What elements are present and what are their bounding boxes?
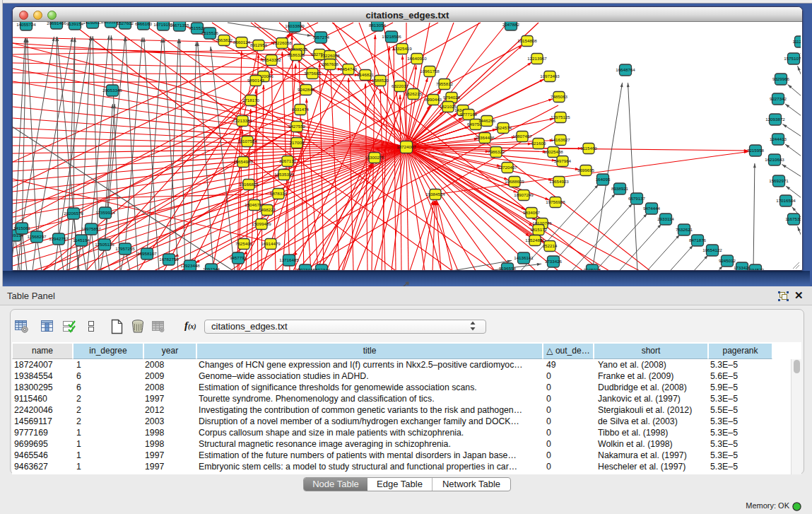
svg-text:16640910: 16640910 xyxy=(407,56,427,61)
svg-text:15300275: 15300275 xyxy=(365,155,384,160)
svg-text:8454749: 8454749 xyxy=(340,66,358,71)
svg-text:9329966: 9329966 xyxy=(772,76,790,81)
svg-text:19384554: 19384554 xyxy=(425,192,445,197)
svg-text:9245012: 9245012 xyxy=(719,258,736,263)
svg-text:2933114: 2933114 xyxy=(657,216,674,221)
svg-text:18724007: 18724007 xyxy=(396,144,416,149)
svg-text:1733426: 1733426 xyxy=(545,259,563,264)
svg-text:3215958: 3215958 xyxy=(747,148,765,153)
svg-text:10961758: 10961758 xyxy=(420,69,440,74)
svg-text:9890143: 9890143 xyxy=(247,78,265,83)
svg-text:13226058: 13226058 xyxy=(320,53,340,58)
svg-text:2867608: 2867608 xyxy=(322,62,339,66)
svg-text:8912954: 8912954 xyxy=(250,42,268,47)
svg-text:16914479: 16914479 xyxy=(261,241,281,246)
svg-text:16033809: 16033809 xyxy=(285,23,305,28)
svg-text:10973493: 10973493 xyxy=(540,74,560,78)
svg-text:9794028: 9794028 xyxy=(443,95,461,100)
svg-text:12942757: 12942757 xyxy=(49,236,69,241)
svg-text:9474444: 9474444 xyxy=(643,206,661,211)
svg-text:9777169: 9777169 xyxy=(460,112,478,117)
svg-text:8990443: 8990443 xyxy=(425,97,442,102)
svg-text:9699695: 9699695 xyxy=(577,168,595,173)
svg-text:621600: 621600 xyxy=(531,141,546,146)
svg-text:19166825: 19166825 xyxy=(239,182,259,187)
svg-text:16782759: 16782759 xyxy=(159,257,179,262)
svg-text:15099489: 15099489 xyxy=(252,221,271,226)
svg-text:10025438: 10025438 xyxy=(543,149,563,154)
svg-text:6466160: 6466160 xyxy=(135,22,153,26)
svg-text:13720407: 13720407 xyxy=(498,165,517,170)
svg-text:18907249: 18907249 xyxy=(514,192,534,197)
svg-text:1034522: 1034522 xyxy=(747,267,765,270)
svg-text:15751074: 15751074 xyxy=(784,56,801,61)
svg-text:1446266: 1446266 xyxy=(478,118,496,123)
svg-text:6322037: 6322037 xyxy=(392,83,409,88)
svg-text:7632621: 7632621 xyxy=(676,227,693,232)
svg-text:12923448: 12923448 xyxy=(180,263,200,268)
svg-text:9245013: 9245013 xyxy=(584,267,601,270)
svg-text:2718170: 2718170 xyxy=(242,98,260,103)
svg-text:7955812: 7955812 xyxy=(436,81,454,86)
svg-text:10807487: 10807487 xyxy=(512,134,532,139)
svg-text:14055724: 14055724 xyxy=(16,22,36,27)
svg-text:3498222: 3498222 xyxy=(259,207,276,212)
svg-text:14163627: 14163627 xyxy=(551,137,570,142)
svg-text:1527602: 1527602 xyxy=(117,22,134,25)
svg-text:17359924: 17359924 xyxy=(95,210,115,215)
svg-text:9834067: 9834067 xyxy=(523,210,541,215)
svg-text:10958107: 10958107 xyxy=(137,251,157,256)
svg-text:1092344: 1092344 xyxy=(203,267,220,270)
svg-text:1167533: 1167533 xyxy=(785,216,801,221)
svg-text:19756928: 19756928 xyxy=(546,199,565,204)
svg-text:1588520: 1588520 xyxy=(372,78,389,83)
svg-text:7663822: 7663822 xyxy=(216,37,233,42)
svg-text:1592344: 1592344 xyxy=(313,267,331,270)
svg-text:14136141: 14136141 xyxy=(514,255,534,260)
svg-text:9139154: 9139154 xyxy=(66,22,84,26)
svg-text:1145194: 1145194 xyxy=(73,238,90,243)
svg-text:8031474: 8031474 xyxy=(292,107,310,112)
svg-text:18107554: 18107554 xyxy=(237,139,257,144)
svg-text:9146821: 9146821 xyxy=(357,72,375,77)
svg-text:13716485: 13716485 xyxy=(279,257,299,262)
svg-text:13524851: 13524851 xyxy=(525,238,545,243)
svg-text:8938921: 8938921 xyxy=(611,186,629,191)
svg-text:7357274: 7357274 xyxy=(312,35,330,40)
svg-text:6679137: 6679137 xyxy=(628,196,646,201)
svg-text:14150617: 14150617 xyxy=(83,22,102,25)
svg-text:3875685: 3875685 xyxy=(304,71,322,76)
svg-text:16648764: 16648764 xyxy=(616,67,635,72)
svg-text:15692971: 15692971 xyxy=(769,178,789,183)
svg-text:1244413: 1244413 xyxy=(770,136,787,141)
svg-text:16210643: 16210643 xyxy=(765,157,784,162)
svg-text:20364436: 20364436 xyxy=(475,135,495,140)
svg-text:9196554: 9196554 xyxy=(499,266,517,270)
svg-text:1112233: 1112233 xyxy=(792,39,801,44)
svg-text:13226058: 13226058 xyxy=(272,40,292,45)
svg-text:12213383: 12213383 xyxy=(233,118,252,123)
svg-text:1415061: 1415061 xyxy=(13,226,31,230)
svg-text:7485063: 7485063 xyxy=(551,94,568,99)
svg-text:5497964: 5497964 xyxy=(554,158,572,163)
svg-text:7986322: 7986322 xyxy=(488,149,505,154)
svg-text:9427552: 9427552 xyxy=(288,124,306,129)
svg-text:10654122: 10654122 xyxy=(702,247,722,252)
svg-text:19218506: 19218506 xyxy=(382,34,401,39)
svg-text:13325419: 13325419 xyxy=(392,46,412,51)
svg-text:9115460: 9115460 xyxy=(580,146,597,151)
svg-text:12505135: 12505135 xyxy=(95,242,114,247)
svg-text:13535394: 13535394 xyxy=(274,172,294,177)
svg-text:19975857: 19975857 xyxy=(81,226,101,231)
svg-text:20691406: 20691406 xyxy=(47,22,66,25)
svg-text:9242848: 9242848 xyxy=(298,87,315,92)
svg-text:3267130: 3267130 xyxy=(279,158,297,163)
svg-text:164095: 164095 xyxy=(596,177,611,182)
svg-text:19654985: 19654985 xyxy=(233,159,253,164)
svg-text:7625402: 7625402 xyxy=(235,241,253,246)
svg-text:13654923: 13654923 xyxy=(549,179,569,184)
svg-text:12213967: 12213967 xyxy=(527,56,547,61)
svg-text:16543382: 16543382 xyxy=(261,57,281,62)
svg-text:20053346: 20053346 xyxy=(102,88,122,93)
svg-text:2047882: 2047882 xyxy=(502,22,520,27)
